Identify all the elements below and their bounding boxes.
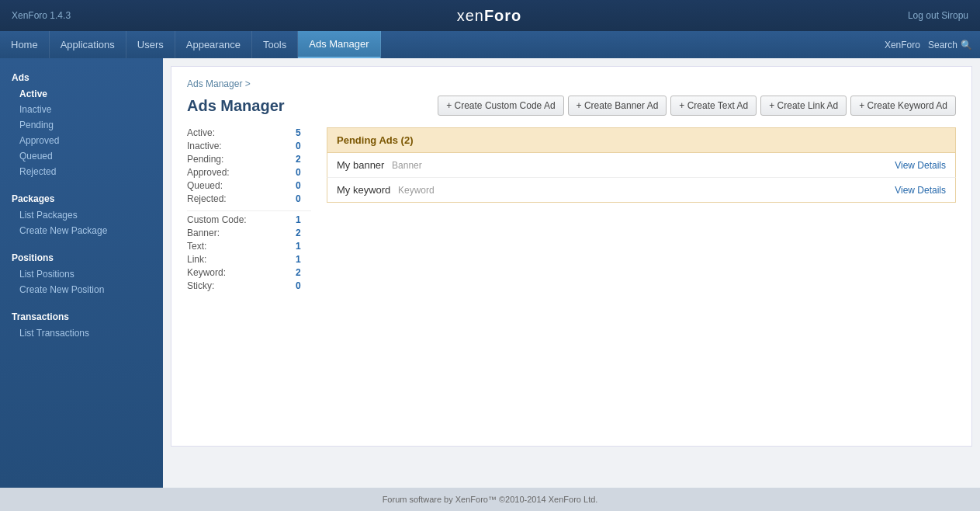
- sidebar-item-inactive[interactable]: Inactive: [0, 102, 163, 117]
- pending-ads-header: Pending Ads (2): [327, 127, 956, 153]
- logout-button[interactable]: Log out Siropu: [908, 10, 968, 21]
- stats-rejected-label: Rejected:: [187, 193, 230, 204]
- stats-active-value: 5: [296, 127, 311, 138]
- stats-custom-code-label: Custom Code:: [187, 214, 251, 225]
- main-column: Pending Ads (2) My banner Banner View De…: [327, 127, 956, 294]
- logo-xen: xen: [457, 7, 484, 24]
- stats-pending-label: Pending:: [187, 154, 227, 165]
- sidebar-item-pending[interactable]: Pending: [0, 117, 163, 133]
- nav-item-users[interactable]: Users: [126, 31, 175, 58]
- create-link-button[interactable]: + Create Link Ad: [760, 96, 847, 116]
- footer: Forum software by XenForo™ ©2010-2014 Xe…: [0, 488, 980, 511]
- page-title: Ads Manager: [187, 97, 285, 115]
- stats-row-approved: Approved: 0: [187, 167, 311, 178]
- nav-search[interactable]: Search 🔍: [928, 40, 972, 50]
- header-buttons: + Create Custom Code Ad + Create Banner …: [438, 96, 956, 116]
- top-bar: XenForo 1.4.3 xenForo Log out Siropu: [0, 0, 980, 31]
- content-area: Ads Manager > Ads Manager + Create Custo…: [163, 58, 980, 488]
- content-inner: Ads Manager > Ads Manager + Create Custo…: [171, 66, 972, 447]
- create-keyword-button[interactable]: + Create Keyword Ad: [850, 96, 956, 116]
- stats-row-banner: Banner: 2: [187, 228, 311, 238]
- sidebar-item-create-new-package[interactable]: Create New Package: [0, 223, 163, 238]
- breadcrumb-parent[interactable]: Ads Manager: [187, 78, 242, 89]
- stats-row-pending: Pending: 2: [187, 154, 311, 165]
- sidebar-item-list-packages[interactable]: List Packages: [0, 207, 163, 223]
- create-text-button[interactable]: + Create Text Ad: [670, 96, 757, 116]
- sidebar-section-transactions: Transactions: [0, 305, 163, 325]
- nav-item-home[interactable]: Home: [0, 31, 50, 58]
- nav-bar: Home Applications Users Appearance Tools…: [0, 31, 980, 58]
- sidebar-item-list-positions[interactable]: List Positions: [0, 266, 163, 282]
- ad-row-1-name: My banner: [337, 159, 384, 171]
- stats-custom-code-value: 1: [296, 214, 311, 225]
- nav-search-label: Search: [928, 40, 957, 50]
- stats-keyword-label: Keyword:: [187, 267, 230, 278]
- sidebar-section-packages: Packages: [0, 187, 163, 207]
- ad-row-1: My banner Banner View Details: [327, 153, 956, 178]
- nav-item-appearance[interactable]: Appearance: [175, 31, 252, 58]
- content-body: Active: 5 Inactive: 0 Pending: 2 Appro: [187, 127, 956, 294]
- stats-text-value: 1: [296, 241, 311, 252]
- nav-item-applications[interactable]: Applications: [50, 31, 126, 58]
- create-custom-code-button[interactable]: + Create Custom Code Ad: [438, 96, 563, 116]
- stats-row-link: Link: 1: [187, 254, 311, 265]
- stats-row-text: Text: 1: [187, 241, 311, 252]
- stats-queued-label: Queued:: [187, 180, 227, 191]
- nav-item-tools[interactable]: Tools: [252, 31, 298, 58]
- ad-row-2-view-details[interactable]: View Details: [895, 185, 946, 196]
- ad-row-1-type: Banner: [392, 160, 422, 171]
- breadcrumb-separator: >: [245, 78, 251, 89]
- stats-sticky-value: 0: [296, 280, 311, 291]
- nav-item-ads-manager[interactable]: Ads Manager: [298, 31, 380, 58]
- main-container: Ads Active Inactive Pending Approved Que…: [0, 58, 980, 488]
- stats-table: Active: 5 Inactive: 0 Pending: 2 Appro: [187, 127, 311, 291]
- stats-row-keyword: Keyword: 2: [187, 267, 311, 278]
- stats-link-value: 1: [296, 254, 311, 265]
- ad-row-2-type: Keyword: [398, 185, 435, 196]
- sidebar-section-positions: Positions: [0, 246, 163, 266]
- stats-banner-label: Banner:: [187, 228, 223, 238]
- stats-inactive-value: 0: [296, 141, 311, 151]
- stats-approved-label: Approved:: [187, 167, 234, 178]
- sidebar-item-approved[interactable]: Approved: [0, 133, 163, 148]
- sidebar-item-create-new-position[interactable]: Create New Position: [0, 282, 163, 297]
- sidebar-item-queued[interactable]: Queued: [0, 148, 163, 164]
- stats-column: Active: 5 Inactive: 0 Pending: 2 Appro: [187, 127, 311, 294]
- stats-row-rejected: Rejected: 0: [187, 193, 311, 204]
- stats-row-custom-code: Custom Code: 1: [187, 214, 311, 225]
- sidebar-item-rejected[interactable]: Rejected: [0, 164, 163, 179]
- stats-row-sticky: Sticky: 0: [187, 280, 311, 291]
- logo-foro: Foro: [484, 7, 521, 24]
- stats-banner-value: 2: [296, 228, 311, 238]
- stats-sticky-label: Sticky:: [187, 280, 218, 291]
- ad-row-2: My keyword Keyword View Details: [327, 178, 956, 203]
- sidebar-section-ads: Ads: [0, 66, 163, 86]
- stats-active-label: Active:: [187, 127, 219, 138]
- stats-text-label: Text:: [187, 241, 210, 252]
- stats-queued-value: 0: [296, 180, 311, 191]
- breadcrumb: Ads Manager >: [187, 78, 956, 89]
- stats-approved-value: 0: [296, 167, 311, 178]
- ad-row-2-name: My keyword: [337, 184, 390, 196]
- sidebar: Ads Active Inactive Pending Approved Que…: [0, 58, 163, 488]
- stats-pending-value: 2: [296, 154, 311, 165]
- nav-xenforo-link[interactable]: XenForo: [885, 40, 920, 50]
- stats-link-label: Link:: [187, 254, 210, 265]
- create-banner-button[interactable]: + Create Banner Ad: [568, 96, 667, 116]
- stats-inactive-label: Inactive:: [187, 141, 226, 151]
- page-header: Ads Manager + Create Custom Code Ad + Cr…: [187, 96, 956, 116]
- search-icon: 🔍: [961, 40, 972, 50]
- stats-row-queued: Queued: 0: [187, 180, 311, 191]
- ad-row-1-view-details[interactable]: View Details: [895, 160, 946, 171]
- footer-text: Forum software by XenForo™ ©2010-2014 Xe…: [383, 495, 598, 504]
- nav-right: XenForo Search 🔍: [877, 31, 980, 58]
- sidebar-item-active[interactable]: Active: [0, 86, 163, 102]
- ad-row-1-info: My banner Banner: [337, 159, 422, 171]
- sidebar-item-list-transactions[interactable]: List Transactions: [0, 325, 163, 341]
- nav-left: Home Applications Users Appearance Tools…: [0, 31, 877, 58]
- stats-row-active: Active: 5: [187, 127, 311, 138]
- ad-row-2-info: My keyword Keyword: [337, 184, 435, 196]
- stats-rejected-value: 0: [296, 193, 311, 204]
- app-logo: xenForo: [457, 7, 522, 25]
- stats-keyword-value: 2: [296, 267, 311, 278]
